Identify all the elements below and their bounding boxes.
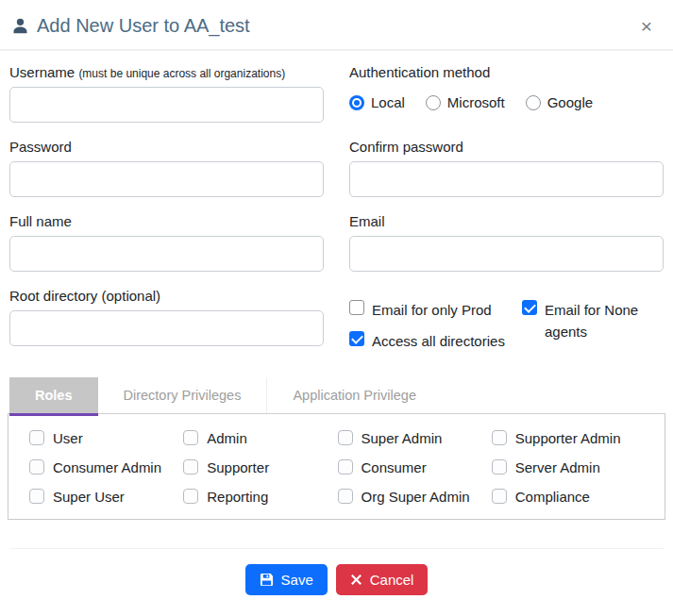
radio-microsoft-control[interactable]: [426, 95, 441, 110]
checkbox-access-all-directories-control[interactable]: [349, 331, 364, 346]
tab-application-privilege[interactable]: Application Privilege: [267, 377, 442, 413]
checkbox-email-only-prod-control[interactable]: [349, 300, 364, 315]
save-button[interactable]: Save: [245, 564, 328, 595]
tab-roles[interactable]: Roles: [9, 377, 98, 413]
radio-google[interactable]: Google: [526, 94, 593, 110]
role-checkbox-reporting[interactable]: Reporting: [183, 489, 337, 505]
role-checkbox-supporter-admin-control[interactable]: [492, 430, 507, 445]
role-checkbox-super-user-control[interactable]: [29, 489, 44, 504]
radio-local[interactable]: Local: [349, 94, 405, 110]
username-label: Username (must be unique across all orga…: [9, 64, 324, 80]
auth-method-radios: Local Microsoft Google: [349, 94, 664, 110]
full-name-field-group: Full name: [9, 213, 324, 272]
privileges-tabs-section: Roles Directory Privileges Application P…: [8, 377, 665, 520]
footer: Save Cancel: [0, 549, 673, 610]
username-hint: (must be unique across all organizations…: [78, 67, 285, 80]
role-checkbox-consumer-admin[interactable]: Consumer Admin: [29, 459, 183, 475]
checkbox-email-only-prod[interactable]: Email for only Prod: [349, 299, 514, 321]
role-checkbox-supporter-admin[interactable]: Supporter Admin: [492, 430, 646, 446]
role-checkbox-supporter-control[interactable]: [183, 459, 198, 474]
email-field-group: Email: [349, 213, 664, 272]
tab-directory-privileges[interactable]: Directory Privileges: [98, 377, 268, 413]
user-icon: [11, 17, 29, 35]
role-checkbox-admin[interactable]: Admin: [183, 430, 337, 446]
close-icon[interactable]: ×: [635, 14, 658, 38]
save-icon: [260, 573, 274, 587]
role-checkbox-user-control[interactable]: [29, 430, 44, 445]
roles-panel: User Admin Super Admin Supporter Admin C…: [8, 414, 665, 520]
password-field-group: Password: [9, 139, 324, 197]
role-checkbox-server-admin[interactable]: Server Admin: [492, 459, 646, 475]
password-input[interactable]: [9, 161, 324, 197]
email-options-col-1: Email for only Prod Access all directori…: [349, 299, 514, 362]
full-name-label: Full name: [9, 213, 324, 229]
role-checkbox-server-admin-control[interactable]: [492, 459, 507, 474]
role-checkbox-compliance[interactable]: Compliance: [492, 489, 646, 505]
role-checkbox-consumer-control[interactable]: [338, 459, 353, 474]
username-input[interactable]: [9, 87, 324, 123]
role-checkbox-org-super-admin[interactable]: Org Super Admin: [338, 489, 492, 505]
root-directory-input[interactable]: [9, 310, 324, 346]
auth-method-label: Authentication method: [349, 64, 664, 80]
role-checkbox-org-super-admin-control[interactable]: [338, 489, 353, 504]
email-field[interactable]: [349, 236, 664, 272]
role-checkbox-consumer[interactable]: Consumer: [338, 459, 492, 475]
modal-title-text: Add New User to AA_test: [37, 15, 250, 37]
role-checkbox-super-admin-control[interactable]: [338, 430, 353, 445]
role-checkbox-admin-control[interactable]: [183, 430, 198, 445]
checkbox-email-none-agents-control[interactable]: [522, 300, 537, 315]
email-options-group: Email for only Prod Access all directori…: [349, 288, 664, 362]
full-name-input[interactable]: [9, 236, 324, 272]
email-options-col-2: Email for None agents: [522, 299, 664, 362]
radio-local-control[interactable]: [349, 95, 364, 110]
confirm-password-label: Confirm password: [349, 139, 664, 155]
radio-microsoft[interactable]: Microsoft: [426, 94, 505, 110]
role-checkbox-compliance-control[interactable]: [492, 489, 507, 504]
role-checkbox-supporter[interactable]: Supporter: [183, 459, 337, 475]
add-user-modal: Add New User to AA_test × Username (must…: [0, 0, 673, 616]
auth-method-group: Authentication method Local Microsoft Go…: [349, 64, 664, 123]
radio-google-control[interactable]: [526, 95, 541, 110]
email-label: Email: [349, 213, 664, 229]
confirm-password-field-group: Confirm password: [349, 139, 664, 197]
page-title: Add New User to AA_test: [11, 15, 250, 37]
root-directory-field-group: Root directory (optional): [9, 288, 324, 362]
role-checkbox-reporting-control[interactable]: [183, 489, 198, 504]
form-area: Username (must be unique across all orga…: [0, 51, 673, 362]
confirm-password-input[interactable]: [349, 161, 664, 197]
checkbox-access-all-directories[interactable]: Access all directories: [349, 330, 514, 352]
cancel-button[interactable]: Cancel: [336, 564, 429, 595]
tab-bar: Roles Directory Privileges Application P…: [8, 377, 665, 414]
username-field-group: Username (must be unique across all orga…: [9, 64, 324, 123]
root-directory-label: Root directory (optional): [9, 288, 324, 304]
password-label: Password: [9, 139, 324, 155]
role-checkbox-consumer-admin-control[interactable]: [29, 459, 44, 474]
checkbox-email-none-agents[interactable]: Email for None agents: [522, 299, 664, 343]
role-checkbox-user[interactable]: User: [29, 430, 183, 446]
role-checkbox-super-admin[interactable]: Super Admin: [338, 430, 492, 446]
role-checkbox-super-user[interactable]: Super User: [29, 489, 183, 505]
cancel-x-icon: [350, 574, 362, 586]
modal-header: Add New User to AA_test ×: [0, 0, 673, 51]
